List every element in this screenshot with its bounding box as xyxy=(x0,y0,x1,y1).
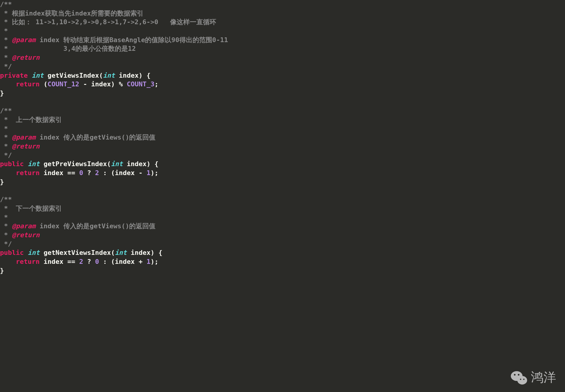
brace: { xyxy=(158,249,162,256)
method-name: getViewsIndex xyxy=(48,72,99,79)
identifier: index xyxy=(115,169,135,177)
return-keyword: return xyxy=(16,258,39,265)
paren: ( xyxy=(99,72,103,79)
doc-line: * xyxy=(0,27,8,35)
return-keyword: return xyxy=(16,80,39,88)
svg-point-2 xyxy=(514,374,515,375)
paren: ( xyxy=(111,258,115,265)
doc-line: * xyxy=(0,231,12,239)
return-keyword: return xyxy=(16,169,39,177)
paren: ) xyxy=(150,258,154,265)
doc-close: */ xyxy=(0,63,12,70)
number: 1 xyxy=(146,169,150,177)
param-var: index xyxy=(119,72,138,79)
modifier-keyword: public xyxy=(0,160,24,168)
paren: ) xyxy=(111,80,115,88)
brace: { xyxy=(155,160,158,168)
param-desc: 传入的是getViews()的返回值 xyxy=(63,134,155,141)
paren: ) xyxy=(139,72,143,79)
operator: : xyxy=(103,258,107,265)
brace: { xyxy=(146,72,150,79)
operator: ? xyxy=(87,169,91,177)
doc-line: * xyxy=(0,134,12,141)
semicolon: ; xyxy=(155,80,158,88)
paren: ( xyxy=(107,160,111,168)
svg-point-3 xyxy=(518,374,519,375)
modifier-keyword: public xyxy=(0,249,24,256)
doc-text: 根据index获取当先index所需要的数据索引 xyxy=(12,10,143,17)
semicolon: ; xyxy=(155,169,158,177)
method-name: getNextViewsIndex xyxy=(44,249,111,256)
type-keyword: int xyxy=(103,72,115,79)
svg-point-4 xyxy=(520,379,521,380)
doc-close: */ xyxy=(0,240,12,248)
doc-line: * xyxy=(0,214,8,221)
paren: ( xyxy=(111,249,115,256)
doc-line: * xyxy=(0,143,12,150)
operator: + xyxy=(139,258,143,265)
identifier: index xyxy=(44,258,63,265)
doc-line: * xyxy=(0,125,8,132)
constant: COUNT_12 xyxy=(48,80,79,88)
paren: ) xyxy=(150,169,154,177)
brace: } xyxy=(0,178,4,186)
operator: : xyxy=(103,169,107,177)
paren: ) xyxy=(150,249,154,256)
type-keyword: int xyxy=(32,72,44,79)
svg-point-5 xyxy=(523,379,524,380)
param-name: index xyxy=(36,134,63,141)
javadoc-return-tag: @return xyxy=(12,143,40,150)
operator: - xyxy=(83,80,87,88)
javadoc-param-tag: @param xyxy=(12,134,36,141)
doc-line: * xyxy=(0,116,16,123)
brace: } xyxy=(0,267,4,274)
doc-line: * xyxy=(0,222,12,230)
operator: % xyxy=(119,80,123,88)
type-keyword: int xyxy=(111,160,123,168)
doc-close: */ xyxy=(0,151,12,159)
doc-open: /** xyxy=(0,196,12,203)
param-name: index xyxy=(36,36,63,44)
operator: == xyxy=(67,169,75,177)
doc-open: /** xyxy=(0,107,12,114)
doc-line: * xyxy=(0,18,12,26)
javadoc-return-tag: @return xyxy=(12,54,40,61)
param-desc: 转动结束后根据BaseAngle的值除以90得出的范围0-11 xyxy=(63,36,228,44)
paren: ( xyxy=(111,169,115,177)
doc-line: * xyxy=(0,54,12,61)
wechat-icon xyxy=(511,370,527,385)
number: 0 xyxy=(95,258,99,265)
number: 2 xyxy=(95,169,99,177)
watermark-text: 鸿洋 xyxy=(531,369,556,386)
paren: ) xyxy=(146,160,150,168)
param-name: index xyxy=(36,222,63,230)
type-keyword: int xyxy=(28,160,40,168)
doc-line: * xyxy=(0,36,12,44)
identifier: index xyxy=(115,258,135,265)
type-keyword: int xyxy=(28,249,40,256)
number: 2 xyxy=(79,258,83,265)
doc-line: * xyxy=(0,10,12,17)
operator: ? xyxy=(87,258,91,265)
doc-text: 比如： 11->1,10->2,9->0,8->1,7->2,6->0 像这样一… xyxy=(12,18,216,26)
number: 0 xyxy=(79,169,83,177)
method-name: getPreViewsIndex xyxy=(44,160,107,168)
doc-text: 3,4的最小公倍数的是12 xyxy=(63,45,136,52)
operator: - xyxy=(139,169,143,177)
code-editor[interactable]: /** * 根据index获取当先index所需要的数据索引 * 比如： 11-… xyxy=(0,0,565,275)
watermark: 鸿洋 xyxy=(511,369,556,386)
svg-point-1 xyxy=(517,376,527,384)
paren: ( xyxy=(44,80,48,88)
doc-line: * xyxy=(0,45,63,52)
identifier: index xyxy=(44,169,63,177)
doc-open: /** xyxy=(0,1,12,8)
doc-text: 下一个数据索引 xyxy=(16,205,62,212)
semicolon: ; xyxy=(155,258,158,265)
javadoc-return-tag: @return xyxy=(12,231,40,239)
number: 1 xyxy=(146,258,150,265)
doc-text: 上一个数据索引 xyxy=(16,116,62,123)
constant: COUNT_3 xyxy=(127,80,155,88)
javadoc-param-tag: @param xyxy=(12,222,36,230)
param-var: index xyxy=(131,249,150,256)
param-var: index xyxy=(127,160,146,168)
